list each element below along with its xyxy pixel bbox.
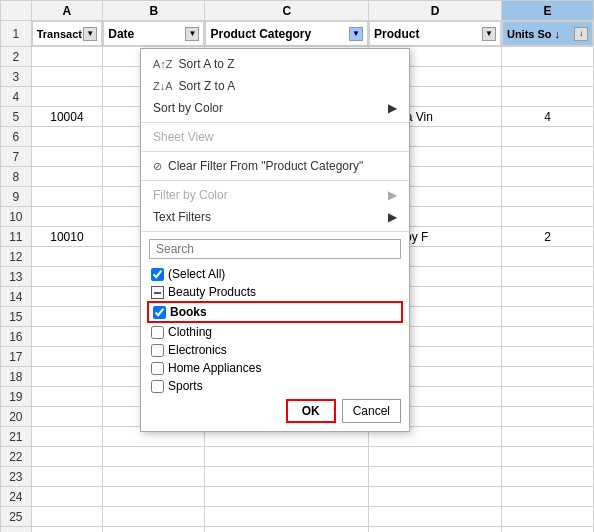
filter-by-color-arrow: ▶: [388, 188, 397, 202]
sort-by-color-label: Sort by Color: [153, 101, 223, 115]
transaction-label: Transact: [37, 28, 82, 40]
text-filters-left: Text Filters: [153, 210, 211, 224]
transaction-filter-btn[interactable]: ▼: [83, 27, 97, 41]
col-a-header[interactable]: A: [31, 1, 103, 21]
table-row: 26: [1, 527, 594, 533]
table-row: 22: [1, 447, 594, 467]
home-appliances-item[interactable]: Home Appliances: [141, 359, 409, 377]
date-filter-btn[interactable]: ▼: [185, 27, 199, 41]
text-filters-item[interactable]: Text Filters ▶: [141, 206, 409, 228]
electronics-checkbox[interactable]: [151, 344, 164, 357]
books-label: Books: [170, 305, 207, 319]
sort-az-icon: A↑Z: [153, 58, 173, 70]
table-row: 25: [1, 507, 594, 527]
sheet-view-item: Sheet View: [141, 126, 409, 148]
col-d-header[interactable]: D: [369, 1, 502, 21]
clear-filter-icon: ⊘: [153, 160, 162, 173]
header-product-category[interactable]: Product Category ▼: [205, 21, 369, 47]
sort-z-to-a-item[interactable]: Z↓A Sort Z to A: [141, 75, 409, 97]
row-1-num: 1: [1, 21, 32, 47]
spreadsheet: A B C D E 1 Transact ▼ Date ▼: [0, 0, 594, 532]
search-box-wrapper: [141, 235, 409, 263]
filter-by-color-label: Filter by Color: [153, 188, 228, 202]
text-filters-arrow: ▶: [388, 210, 397, 224]
table-row: 24: [1, 487, 594, 507]
sort-az-label: Sort A to Z: [179, 57, 235, 71]
sort-by-color-item[interactable]: Sort by Color ▶: [141, 97, 409, 119]
books-checkbox[interactable]: [153, 306, 166, 319]
sort-za-icon: Z↓A: [153, 80, 173, 92]
separator-3: [141, 180, 409, 181]
header-units-sold[interactable]: Units So ↓ ↓: [501, 21, 593, 47]
select-all-checkbox[interactable]: [151, 268, 164, 281]
sheet-view-label: Sheet View: [153, 130, 214, 144]
filter-by-color-item: Filter by Color ▶: [141, 184, 409, 206]
books-item[interactable]: Books: [147, 301, 403, 323]
col-c-header[interactable]: C: [205, 1, 369, 21]
product-category-filter-btn[interactable]: ▼: [349, 27, 363, 41]
header-transaction[interactable]: Transact ▼: [31, 21, 103, 47]
header-product[interactable]: Product ▼: [369, 21, 502, 47]
sort-by-color-arrow: ▶: [388, 101, 397, 115]
corner-cell: [1, 1, 32, 21]
sports-checkbox[interactable]: [151, 380, 164, 393]
product-label: Product: [374, 27, 419, 41]
units-sold-filter-btn[interactable]: ↓: [574, 27, 588, 41]
row-num: 2: [1, 47, 32, 67]
electronics-item[interactable]: Electronics: [141, 341, 409, 359]
sort-a-to-z-item[interactable]: A↑Z Sort A to Z: [141, 53, 409, 75]
col-e-header[interactable]: E: [501, 1, 593, 21]
separator-4: [141, 231, 409, 232]
home-appliances-checkbox[interactable]: [151, 362, 164, 375]
clothing-label: Clothing: [168, 325, 212, 339]
sports-item[interactable]: Sports: [141, 377, 409, 393]
beauty-products-label: Beauty Products: [168, 285, 256, 299]
date-label: Date: [108, 27, 134, 41]
clear-filter-item[interactable]: ⊘ Clear Filter From "Product Category": [141, 155, 409, 177]
dialog-buttons: OK Cancel: [141, 393, 409, 427]
select-all-label: (Select All): [168, 267, 225, 281]
sort-za-label: Sort Z to A: [179, 79, 236, 93]
electronics-label: Electronics: [168, 343, 227, 357]
header-date[interactable]: Date ▼: [103, 21, 205, 47]
clothing-checkbox[interactable]: [151, 326, 164, 339]
beauty-products-item[interactable]: Beauty Products: [141, 283, 409, 301]
select-all-item[interactable]: (Select All): [141, 265, 409, 283]
home-appliances-label: Home Appliances: [168, 361, 261, 375]
sports-label: Sports: [168, 379, 203, 393]
clothing-item[interactable]: Clothing: [141, 323, 409, 341]
product-filter-btn[interactable]: ▼: [482, 27, 496, 41]
separator-1: [141, 122, 409, 123]
col-b-header[interactable]: B: [103, 1, 205, 21]
table-row: 23: [1, 467, 594, 487]
checkbox-list: (Select All) Beauty Products Books Cloth…: [141, 263, 409, 393]
filter-dropdown-menu: A↑Z Sort A to Z Z↓A Sort Z to A Sort by …: [140, 48, 410, 432]
ok-button[interactable]: OK: [286, 399, 336, 423]
filter-by-color-left: Filter by Color: [153, 188, 228, 202]
clear-filter-label: Clear Filter From "Product Category": [168, 159, 363, 173]
search-input[interactable]: [149, 239, 401, 259]
separator-2: [141, 151, 409, 152]
units-sold-label: Units So ↓: [507, 28, 560, 40]
sort-by-color-left: Sort by Color: [153, 101, 223, 115]
beauty-products-checkbox[interactable]: [151, 286, 164, 299]
text-filters-label: Text Filters: [153, 210, 211, 224]
product-category-label: Product Category: [210, 27, 311, 41]
cancel-button[interactable]: Cancel: [342, 399, 401, 423]
